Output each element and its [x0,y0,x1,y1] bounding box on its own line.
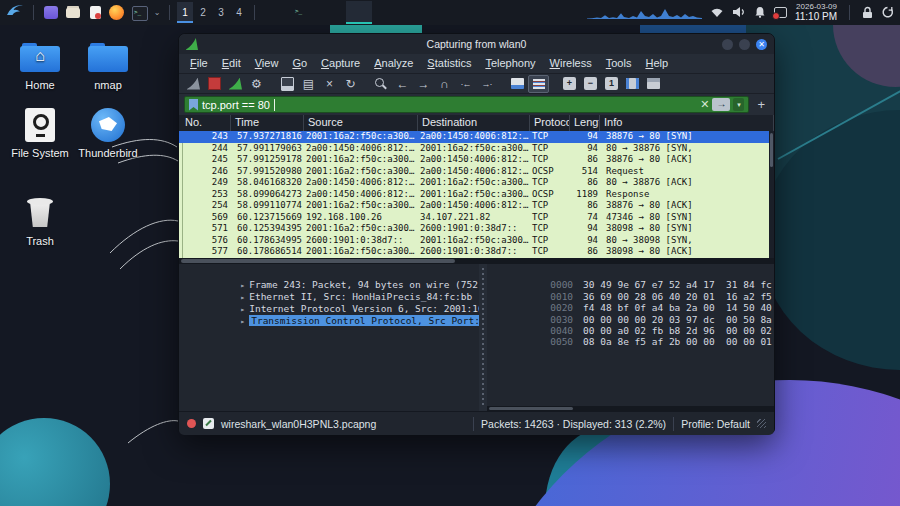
launcher-dropdown-icon[interactable]: ⌄ [152,8,162,17]
menu-item[interactable]: Go [285,54,314,73]
menu-item[interactable]: File [183,54,215,73]
document-launcher-icon[interactable] [85,2,105,23]
packet-row[interactable]: 576 60.178634995 2600:1901:0:38d7:: 2001… [179,235,774,247]
desktop-icon-trash[interactable]: Trash [8,196,72,247]
network-graph-icon[interactable] [587,5,702,19]
notifications-bell-icon[interactable] [754,6,766,18]
menu-item[interactable]: Wireless [543,54,599,73]
packet-row[interactable]: 577 60.178686514 2001:16a2:f50c:a300… 26… [179,246,774,258]
terminal-launcher-icon[interactable] [129,2,149,23]
find-packet-icon[interactable] [371,75,392,93]
open-file-icon[interactable] [277,75,298,93]
lock-icon[interactable] [862,6,873,19]
desktop-icon-home[interactable]: Home [8,40,72,91]
column-header[interactable]: No. [181,115,231,131]
resize-columns-icon[interactable] [622,75,643,93]
file-manager-launcher-icon[interactable] [41,2,61,23]
display-filter-input[interactable]: tcp.port == 80 ✕ → ▾ [184,96,749,113]
packet-row[interactable]: 254 58.099110774 2001:16a2:f50c:a300… 2a… [179,200,774,212]
desktop-icon-nmap[interactable]: nmap [76,40,140,91]
workspace-4[interactable]: 4 [231,2,247,23]
desktop-icon-filesystem[interactable]: File System [8,108,72,159]
minimize-button[interactable] [722,39,733,50]
go-back-icon[interactable]: ← [392,75,413,93]
expand-arrow-icon[interactable]: ▸ [240,316,249,328]
zoom-out-icon[interactable]: − [580,75,601,93]
packet-list-vscrollbar[interactable] [769,131,774,258]
kali-menu-icon[interactable] [6,2,26,23]
clock[interactable]: 2026-03-09 11:10 PM [795,3,837,23]
expert-info-icon[interactable] [203,418,214,429]
restart-capture-icon[interactable] [225,75,246,93]
go-forward-icon[interactable]: → [413,75,434,93]
menu-item[interactable]: View [248,54,286,73]
filter-dropdown-icon[interactable]: ▾ [733,98,744,111]
column-header[interactable]: Info [600,115,774,131]
maximize-button[interactable] [739,39,750,50]
filter-clear-icon[interactable]: ✕ [700,98,709,111]
menu-item[interactable]: Analyze [367,54,420,73]
save-file-icon[interactable]: ▤ [298,75,319,93]
filter-apply-icon[interactable]: → [712,98,730,111]
colorize-packets-icon[interactable] [507,75,528,93]
resize-grip[interactable] [757,419,766,428]
column-header[interactable]: Time [231,115,304,131]
go-last-packet-icon[interactable]: →· [476,75,497,93]
hex-row[interactable]: 000030 49 9e 67 e7 52 a4 17 31 84 fc bb … [493,268,774,279]
auto-scroll-icon[interactable] [528,75,549,93]
hex-hscrollbar[interactable] [487,406,774,411]
detail-row[interactable]: ▸Frame 243: Packet, 94 bytes on wire (75… [179,267,479,279]
column-header[interactable]: Length [570,115,600,131]
packet-row[interactable]: 253 58.099064273 2a00:1450:4006:812:… 20… [179,189,774,201]
workspace-1[interactable]: 1 [177,2,193,23]
go-first-packet-icon[interactable]: ·← [455,75,476,93]
hex-dump-pane[interactable]: 000030 49 9e 67 e7 52 a4 17 31 84 fc bb … [487,264,774,411]
go-to-packet-icon[interactable]: ∩ [434,75,455,93]
packet-row[interactable]: 245 57.991259178 2001:16a2:f50c:a300… 2a… [179,154,774,166]
task-filemanager-icon[interactable] [318,1,344,24]
column-header[interactable]: Protocol [530,115,570,131]
menu-item[interactable]: Tools [599,54,639,73]
zoom-in-icon[interactable]: + [559,75,580,93]
profile-label[interactable]: Profile: Default [681,418,750,430]
menu-item[interactable]: Statistics [420,54,478,73]
task-firefox-icon[interactable] [262,1,288,24]
packet-row[interactable]: 571 60.125394395 2001:16a2:f50c:a300… 26… [179,223,774,235]
packet-row[interactable]: 243 57.937271816 2001:16a2:f50c:a300… 2a… [179,131,774,143]
zoom-reset-icon[interactable]: 1 [601,75,622,93]
wifi-icon[interactable] [710,6,724,18]
desktop-icon-thunderbird[interactable]: Thunderbird [76,108,140,159]
packet-list[interactable]: 243 57.937271816 2001:16a2:f50c:a300… 2a… [179,131,774,258]
task-terminal-icon[interactable] [290,1,316,24]
screenshot-record-icon[interactable] [774,7,787,18]
menu-item[interactable]: Help [638,54,675,73]
close-file-icon[interactable]: × [319,75,340,93]
menu-item[interactable]: Capture [314,54,367,73]
task-wireshark-icon[interactable] [346,1,372,24]
capture-options-icon[interactable]: ⚙ [246,75,267,93]
column-header[interactable]: Destination [418,115,530,131]
close-button[interactable]: ✕ [756,39,767,50]
window-titlebar[interactable]: Capturing from wlan0 ✕ [179,34,774,54]
workspace-3[interactable]: 3 [213,2,229,23]
packet-details-pane[interactable]: ▸Frame 243: Packet, 94 bytes on wire (75… [179,264,479,411]
capture-active-icon[interactable] [187,419,196,428]
reload-icon[interactable]: ↻ [340,75,361,93]
workspace-2[interactable]: 2 [195,2,211,23]
menu-item[interactable]: Telephony [478,54,542,73]
pane-splitter[interactable] [479,264,487,411]
firefox-launcher-icon[interactable] [107,2,127,23]
filter-bookmark-icon[interactable] [189,99,198,111]
packet-row[interactable]: 249 58.046168320 2a00:1450:4006:812:… 20… [179,177,774,189]
packet-row[interactable]: 244 57.991179063 2a00:1450:4006:812:… 20… [179,143,774,155]
packet-row[interactable]: 569 60.123715669 192.168.100.26 34.107.2… [179,212,774,224]
filter-add-button[interactable]: + [753,97,769,112]
volume-icon[interactable] [732,6,746,18]
layout-grid-icon[interactable] [643,75,664,93]
packet-row[interactable]: 246 57.991520980 2001:16a2:f50c:a300… 2a… [179,166,774,178]
menu-item[interactable]: Edit [215,54,248,73]
folder-launcher-icon[interactable] [63,2,83,23]
start-capture-icon[interactable] [183,75,204,93]
column-header[interactable]: Source [304,115,418,131]
power-icon[interactable] [881,6,894,19]
